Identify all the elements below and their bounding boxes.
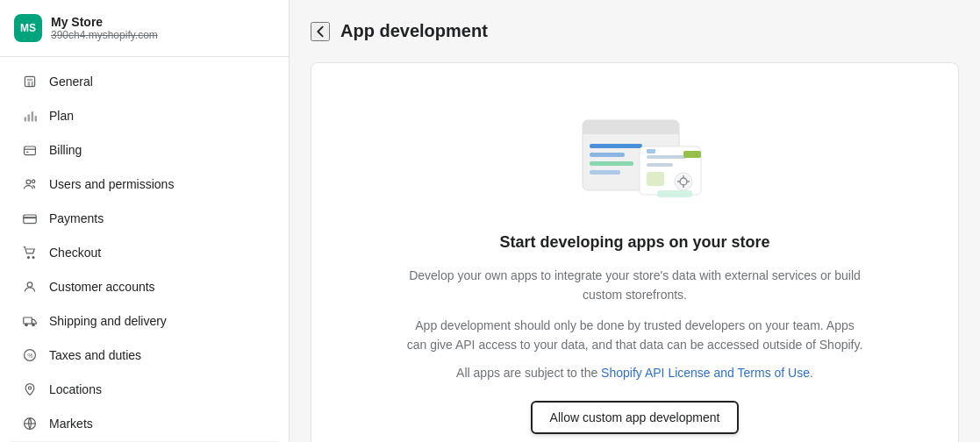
cart-icon — [21, 244, 39, 261]
svg-rect-1 — [28, 82, 30, 87]
sidebar-item-taxes-label: Taxes and duties — [49, 348, 268, 362]
svg-rect-48 — [657, 190, 692, 197]
svg-point-19 — [32, 324, 34, 325]
svg-point-15 — [32, 257, 34, 259]
sidebar-item-shipping-label: Shipping and delivery — [49, 314, 268, 328]
sidebar-nav: General Plan Billing Users and permissio… — [0, 57, 289, 442]
terms-line: All apps are subject to the Shopify API … — [456, 366, 813, 380]
svg-rect-17 — [24, 317, 32, 324]
svg-text:%: % — [27, 352, 33, 360]
sidebar-item-general[interactable]: General — [7, 65, 282, 98]
svg-rect-39 — [647, 172, 664, 186]
svg-rect-35 — [590, 170, 620, 175]
truck-icon — [21, 312, 39, 330]
svg-rect-3 — [27, 79, 32, 81]
svg-rect-5 — [28, 114, 30, 121]
location-icon — [21, 381, 39, 398]
card-desc1: Develop your own apps to integrate your … — [407, 266, 863, 305]
svg-rect-33 — [590, 153, 625, 157]
sidebar-item-taxes[interactable]: % Taxes and duties — [7, 339, 282, 372]
svg-rect-46 — [683, 151, 701, 158]
building-icon — [21, 73, 39, 90]
terms-link[interactable]: Shopify API License and Terms of Use — [601, 366, 810, 380]
sidebar-item-plan[interactable]: Plan — [7, 99, 282, 132]
store-avatar: MS — [14, 14, 42, 42]
store-info: My Store 390ch4.myshopify.com — [51, 15, 158, 41]
card-title: Start developing apps on your store — [499, 233, 769, 252]
sidebar-item-locations-label: Locations — [49, 382, 268, 396]
svg-rect-31 — [583, 127, 679, 134]
allow-custom-app-button[interactable]: Allow custom app development — [531, 401, 740, 434]
page-title: App development — [340, 21, 488, 41]
store-name: My Store — [51, 15, 158, 29]
sidebar-item-checkout-label: Checkout — [49, 246, 268, 260]
sidebar-item-general-label: General — [49, 75, 268, 89]
sidebar-item-markets-label: Markets — [49, 417, 268, 431]
sidebar-item-billing-label: Billing — [49, 143, 268, 157]
sidebar-item-locations[interactable]: Locations — [7, 373, 282, 406]
svg-rect-4 — [25, 118, 26, 122]
billing-icon — [21, 141, 39, 159]
svg-rect-2 — [32, 82, 33, 87]
svg-rect-34 — [590, 161, 633, 166]
svg-rect-38 — [647, 163, 673, 167]
sidebar-item-markets[interactable]: Markets — [7, 407, 282, 440]
svg-point-18 — [25, 324, 27, 325]
svg-point-16 — [27, 282, 32, 288]
person-icon — [21, 278, 39, 296]
svg-point-22 — [28, 387, 31, 389]
sidebar-item-checkout[interactable]: Checkout — [7, 236, 282, 269]
card-desc2: App development should only be done by t… — [407, 316, 863, 355]
sidebar-item-customer-accounts[interactable]: Customer accounts — [7, 270, 282, 303]
sidebar-item-payments[interactable]: Payments — [7, 202, 282, 235]
svg-point-14 — [27, 257, 29, 259]
sidebar-item-customer-accounts-label: Customer accounts — [49, 280, 268, 294]
terms-suffix: . — [810, 366, 813, 380]
users-icon — [21, 175, 39, 193]
sidebar-item-billing[interactable]: Billing — [7, 133, 282, 167]
svg-rect-7 — [35, 116, 37, 121]
main-content: App development — [290, 0, 980, 442]
svg-point-11 — [26, 180, 31, 184]
markets-icon — [21, 415, 39, 432]
sidebar-item-plan-label: Plan — [49, 109, 268, 123]
sidebar-item-users[interactable]: Users and permissions — [7, 168, 282, 201]
sidebar: MS My Store 390ch4.myshopify.com General… — [0, 0, 290, 442]
svg-rect-47 — [647, 149, 655, 153]
svg-rect-6 — [32, 111, 33, 121]
chart-icon — [21, 107, 39, 125]
store-header: MS My Store 390ch4.myshopify.com — [0, 0, 289, 57]
illustration — [556, 98, 714, 212]
sidebar-item-users-label: Users and permissions — [49, 177, 268, 191]
sidebar-item-payments-label: Payments — [49, 211, 268, 225]
svg-rect-32 — [590, 144, 642, 148]
app-development-card: Start developing apps on your store Deve… — [311, 62, 959, 442]
page-header: App development — [311, 21, 959, 41]
sidebar-item-shipping[interactable]: Shipping and delivery — [7, 304, 282, 338]
svg-rect-8 — [25, 146, 36, 155]
back-button[interactable] — [311, 22, 330, 41]
svg-point-12 — [32, 180, 35, 183]
terms-prefix: All apps are subject to the — [456, 366, 601, 380]
svg-rect-37 — [647, 155, 686, 159]
payments-icon — [21, 210, 39, 227]
tax-icon: % — [21, 346, 39, 364]
svg-rect-13 — [24, 215, 36, 224]
store-url: 390ch4.myshopify.com — [51, 29, 158, 41]
